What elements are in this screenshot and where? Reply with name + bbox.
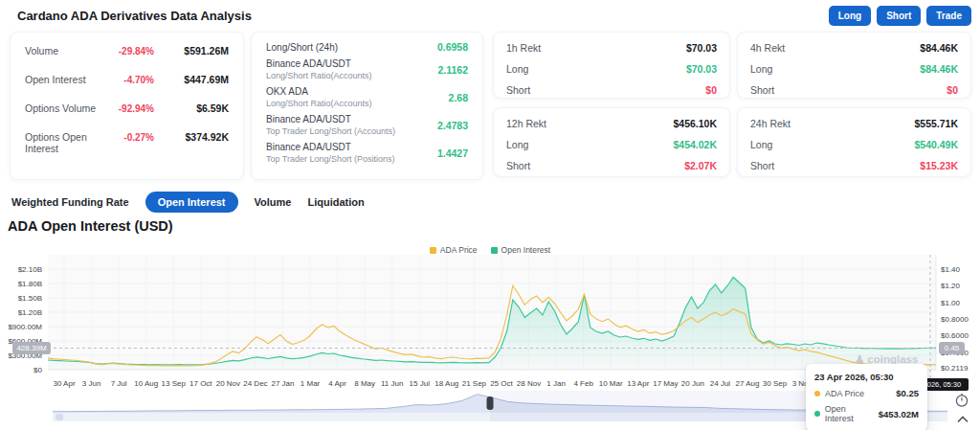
rekt-long-label: Long bbox=[750, 139, 914, 150]
stat-value: $6.59K bbox=[154, 102, 229, 114]
ratio-value: 0.6958 bbox=[437, 41, 468, 53]
app-root: Cardano ADA Derivatives Data Analysis Lo… bbox=[0, 0, 980, 430]
stat-value: $591.26M bbox=[154, 45, 229, 57]
rekt-card-24h: 24h Rekt$555.71K Long$540.49K Short$15.2… bbox=[737, 107, 971, 177]
tooltip-row-price: ADA Price $0.25 bbox=[814, 388, 919, 398]
tab-weighted-funding-rate[interactable]: Weighted Funding Rate bbox=[11, 196, 129, 208]
ratio-label: OKX ADA bbox=[266, 86, 449, 97]
x-axis-tick: 18 Aug bbox=[434, 379, 458, 388]
x-axis-tick: 28 Nov bbox=[517, 379, 541, 388]
ratio-sublabel: Long/Short Ratio(Accounts) bbox=[266, 71, 437, 80]
tooltip-row-open-interest: Open Interest $453.02M bbox=[814, 404, 919, 423]
ratio-value: 2.4783 bbox=[437, 120, 468, 131]
rekt-title: 1h Rekt bbox=[506, 42, 686, 54]
stat-value: $447.69M bbox=[154, 74, 229, 85]
x-axis-tick: 8 May bbox=[354, 379, 375, 388]
ada-price-dot-icon bbox=[814, 391, 820, 396]
open-interest-dot-icon bbox=[814, 411, 820, 417]
tab-open-interest[interactable]: Open Interest bbox=[145, 192, 238, 213]
rekt-long-value: $540.49K bbox=[914, 139, 958, 150]
stat-row-options-open-interest: Options Open Interest -0.27% $374.92K bbox=[25, 131, 229, 154]
y-axis-tick-left: $2.10B bbox=[0, 265, 42, 274]
x-axis-tick: 10 Aug bbox=[134, 379, 158, 388]
ratio-sublabel: Long/Short Ratio(Accounts) bbox=[266, 99, 449, 108]
ratio-label: Binance ADA/USDT bbox=[266, 58, 437, 69]
rekt-card-4h: 4h Rekt$84.46K Long$84.46K Short$0 bbox=[737, 32, 971, 99]
x-axis-tick: 4 Apr bbox=[328, 379, 346, 388]
stat-label: Options Open Interest bbox=[25, 131, 99, 154]
x-axis-tick: 24 Jul bbox=[710, 379, 730, 388]
rekt-total: $84.46K bbox=[920, 42, 958, 54]
x-axis-tick: 20 Jun bbox=[681, 379, 704, 388]
trade-button[interactable]: Trade bbox=[926, 6, 971, 26]
y-axis-tick-right: $1.40 bbox=[941, 265, 960, 274]
legend-item-ada-price[interactable]: ADA Price bbox=[430, 245, 478, 255]
x-axis-tick: 11 Jun bbox=[381, 379, 403, 388]
legend-item-open-interest[interactable]: Open Interest bbox=[491, 245, 551, 255]
x-axis-tick: 13 Apr bbox=[627, 379, 649, 388]
short-button[interactable]: Short bbox=[877, 6, 921, 26]
x-axis-tick: 4 Feb bbox=[573, 379, 592, 388]
navigator-scroll-thumb[interactable] bbox=[56, 414, 63, 420]
y-axis-tick-right: $0.8000 bbox=[941, 315, 969, 324]
x-axis-tick: 3 Jun bbox=[82, 379, 101, 388]
ratio-value: 1.4427 bbox=[437, 147, 468, 159]
rekt-total: $456.10K bbox=[673, 118, 717, 129]
chevron-up-icon[interactable] bbox=[956, 414, 969, 425]
x-axis-tick: 7 Jul bbox=[111, 379, 127, 388]
x-axis-tick: 27 Aug bbox=[736, 379, 760, 388]
timer-icon[interactable] bbox=[954, 392, 969, 408]
rekt-card-1h: 1h Rekt$70.03 Long$70.03 Short$0 bbox=[493, 32, 730, 99]
tooltip-value: $453.02M bbox=[879, 409, 919, 419]
crosshair-price-badge: 0.45 bbox=[939, 342, 965, 354]
chart-tabs: Weighted Funding Rate Open Interest Volu… bbox=[11, 191, 365, 214]
rekt-short-label: Short bbox=[750, 84, 947, 96]
ratio-sublabel: Top Trader Long/Short (Accounts) bbox=[266, 126, 437, 136]
long-short-ratio-card: Long/Short (24h) 0.6958 Binance ADA/USDT… bbox=[251, 32, 483, 180]
tooltip-label: Open Interest bbox=[825, 404, 874, 423]
ratio-value: 2.1162 bbox=[437, 64, 468, 76]
tooltip-date: 23 Apr 2026, 05:30 bbox=[814, 372, 919, 382]
stat-row-volume: Volume -29.84% $591.26M bbox=[25, 45, 229, 57]
y-axis-tick-right: $0.6000 bbox=[941, 331, 969, 340]
y-axis-tick-right: $0.2119 bbox=[941, 364, 968, 373]
x-axis-tick: 1 Mar bbox=[301, 379, 320, 388]
rekt-title: 12h Rekt bbox=[506, 118, 673, 129]
tab-liquidation[interactable]: Liquidation bbox=[307, 196, 364, 208]
rekt-short-label: Short bbox=[506, 160, 684, 171]
ada-price-swatch-icon bbox=[430, 247, 436, 254]
rekt-short-label: Short bbox=[750, 160, 920, 171]
rekt-short-value: $2.07K bbox=[684, 160, 717, 171]
ratio-row: Long/Short (24h) 0.6958 bbox=[266, 41, 468, 53]
rekt-title: 24h Rekt bbox=[750, 118, 914, 129]
rekt-short-value: $0 bbox=[705, 84, 717, 96]
rekt-title: 4h Rekt bbox=[750, 42, 920, 54]
legend-label: Open Interest bbox=[501, 245, 551, 255]
rekt-short-value: $15.23K bbox=[920, 160, 958, 171]
tooltip-label: ADA Price bbox=[825, 389, 864, 398]
x-axis-tick: 25 Oct bbox=[490, 379, 513, 388]
rekt-short-value: $0 bbox=[947, 84, 958, 96]
stat-value: $374.92K bbox=[154, 131, 229, 143]
ratio-sublabel: Top Trader Long/Short (Positions) bbox=[266, 154, 437, 164]
rekt-total: $70.03 bbox=[686, 42, 717, 54]
tab-volume[interactable]: Volume bbox=[255, 196, 292, 208]
header-buttons: Long Short Trade bbox=[829, 6, 971, 26]
y-axis-tick-left: $900.00M bbox=[0, 323, 42, 331]
ratio-label: Binance ADA/USDT bbox=[266, 114, 437, 124]
stat-label: Options Volume bbox=[25, 102, 99, 114]
ratio-row: Binance ADA/USDT Long/Short Ratio(Accoun… bbox=[266, 58, 468, 80]
x-axis-tick: 17 May bbox=[653, 379, 678, 388]
stat-row-options-volume: Options Volume -92.94% $6.59K bbox=[25, 102, 229, 114]
tooltip-value: $0.25 bbox=[896, 388, 919, 398]
stat-change: -92.94% bbox=[99, 103, 154, 114]
open-interest-swatch-icon bbox=[491, 247, 498, 254]
navigator-handle-left[interactable] bbox=[487, 396, 494, 410]
x-axis-tick: 20 Nov bbox=[216, 379, 240, 388]
x-axis-tick: 17 Oct bbox=[189, 379, 212, 388]
rekt-card-12h: 12h Rekt$456.10K Long$454.02K Short$2.07… bbox=[493, 107, 730, 177]
rekt-long-value: $84.46K bbox=[920, 63, 958, 75]
long-button[interactable]: Long bbox=[829, 6, 871, 26]
legend-label: ADA Price bbox=[440, 245, 478, 255]
chart-section-title: ADA Open Interest (USD) bbox=[8, 218, 173, 234]
